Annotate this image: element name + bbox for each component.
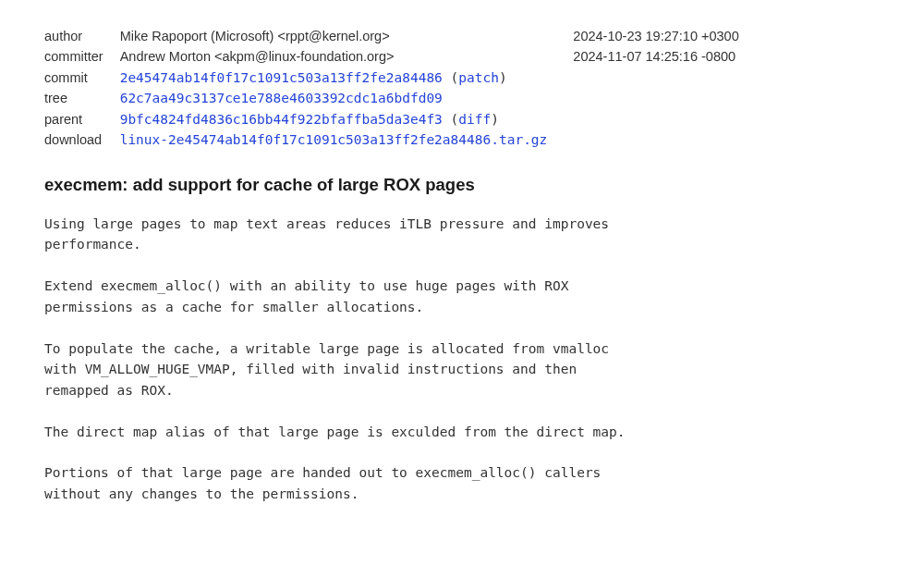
parent-hash-link[interactable]: 9bfc4824fd4836c16bb44f922bfaffba5da3e4f3 bbox=[120, 112, 443, 127]
committer-value: Andrew Morton <akpm@linux-foundation.org… bbox=[120, 46, 574, 67]
tree-label: tree bbox=[44, 88, 120, 108]
download-date-empty bbox=[573, 129, 738, 150]
tree-value: 62c7aa49c3137ce1e788e4603392cdc1a6bdfd09 bbox=[120, 88, 574, 108]
parent-row: parent 9bfc4824fd4836c16bb44f922bfaffba5… bbox=[44, 109, 739, 129]
committer-row: committer Andrew Morton <akpm@linux-foun… bbox=[44, 46, 739, 67]
paren-close-2: ) bbox=[491, 112, 499, 127]
download-value: linux-2e45474ab14f0f17c1091c503a13ff2fe2… bbox=[120, 129, 574, 150]
author-date: 2024-10-23 19:27:10 +0300 bbox=[573, 26, 738, 46]
download-file-link[interactable]: linux-2e45474ab14f0f17c1091c503a13ff2fe2… bbox=[120, 132, 548, 147]
committer-date: 2024-11-07 14:25:16 -0800 bbox=[573, 46, 738, 67]
commit-hash-link[interactable]: 2e45474ab14f0f17c1091c503a13ff2fe2a84486 bbox=[120, 70, 443, 85]
paren-close: ) bbox=[499, 70, 507, 85]
diff-link[interactable]: diff bbox=[458, 112, 491, 127]
parent-label: parent bbox=[44, 109, 120, 129]
tree-hash-link[interactable]: 62c7aa49c3137ce1e788e4603392cdc1a6bdfd09 bbox=[120, 91, 443, 105]
author-value: Mike Rapoport (Microsoft) <rppt@kernel.o… bbox=[120, 26, 574, 46]
download-row: download linux-2e45474ab14f0f17c1091c503… bbox=[44, 129, 739, 150]
download-label: download bbox=[44, 129, 120, 150]
commit-label: commit bbox=[44, 68, 120, 88]
commit-message: Using large pages to map text areas redu… bbox=[44, 214, 765, 505]
author-label: author bbox=[44, 26, 120, 46]
commit-info-table: author Mike Rapoport (Microsoft) <rppt@k… bbox=[44, 26, 739, 151]
tree-date-empty bbox=[573, 88, 738, 108]
patch-link[interactable]: patch bbox=[458, 70, 499, 85]
committer-label: committer bbox=[44, 46, 120, 67]
commit-value: 2e45474ab14f0f17c1091c503a13ff2fe2a84486… bbox=[120, 68, 574, 88]
commit-subject: execmem: add support for cache of large … bbox=[44, 175, 880, 195]
parent-date-empty bbox=[573, 109, 738, 129]
parent-value: 9bfc4824fd4836c16bb44f922bfaffba5da3e4f3… bbox=[120, 109, 574, 129]
tree-row: tree 62c7aa49c3137ce1e788e4603392cdc1a6b… bbox=[44, 88, 739, 108]
commit-date-empty bbox=[573, 68, 738, 88]
author-row: author Mike Rapoport (Microsoft) <rppt@k… bbox=[44, 26, 739, 46]
commit-row: commit 2e45474ab14f0f17c1091c503a13ff2fe… bbox=[44, 68, 739, 88]
